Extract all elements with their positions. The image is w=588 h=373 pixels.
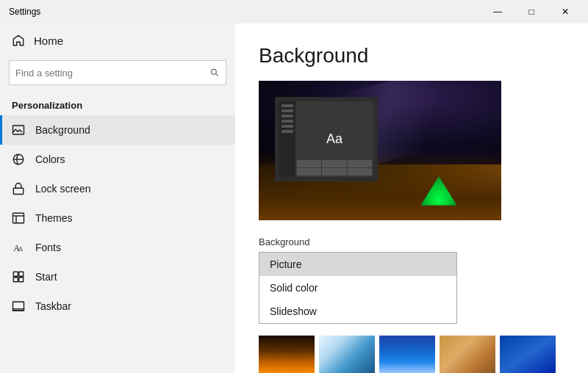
- thumbnail-2[interactable]: [319, 336, 375, 373]
- home-icon: [12, 34, 25, 47]
- mini-bar-4: [282, 120, 293, 123]
- window-controls: — □ ✕: [481, 0, 582, 23]
- minimize-button[interactable]: —: [481, 0, 514, 23]
- maximize-button[interactable]: □: [514, 0, 548, 23]
- background-section-label: Background: [259, 236, 564, 247]
- monitor-inner: Aa: [279, 101, 373, 177]
- search-box[interactable]: [9, 60, 226, 85]
- sidebar-item-taskbar[interactable]: Taskbar: [0, 291, 235, 321]
- mini-bar-6: [282, 130, 293, 133]
- svg-rect-4: [13, 188, 24, 194]
- app-title: Settings: [9, 7, 40, 17]
- mini-bar-5: [282, 125, 293, 128]
- thumbnail-4[interactable]: [440, 336, 495, 373]
- start-label: Start: [35, 271, 57, 283]
- sidebar-home[interactable]: Home: [0, 23, 235, 57]
- thumbnail-strip: [259, 336, 564, 373]
- taskbar-icon: [12, 300, 25, 313]
- sidebar: Home Personalization Background: [0, 23, 235, 373]
- background-label: Background: [35, 124, 90, 136]
- thumbnail-3[interactable]: [379, 336, 435, 373]
- search-icon: [209, 68, 220, 78]
- grid-cell-6: [348, 168, 372, 175]
- colors-label: Colors: [35, 153, 65, 165]
- svg-rect-5: [13, 213, 24, 223]
- monitor-grid: [295, 159, 373, 177]
- svg-rect-11: [19, 278, 24, 282]
- sidebar-item-colors[interactable]: Colors: [0, 145, 235, 174]
- section-header: Personalization: [0, 94, 235, 115]
- sidebar-item-start[interactable]: Start: [0, 262, 235, 291]
- grid-cell-5: [322, 168, 346, 175]
- svg-point-0: [211, 69, 216, 74]
- page-title: Background: [259, 44, 564, 68]
- colors-icon: [12, 153, 25, 166]
- thumbnail-5[interactable]: [500, 336, 556, 373]
- thumbnail-1[interactable]: [259, 336, 315, 373]
- fonts-label: Fonts: [35, 242, 61, 253]
- svg-rect-8: [13, 272, 18, 276]
- title-bar: Settings — □ ✕: [0, 0, 588, 23]
- grid-cell-2: [322, 160, 346, 167]
- aa-text: Aa: [326, 131, 343, 147]
- sidebar-item-themes[interactable]: Themes: [0, 203, 235, 233]
- svg-line-1: [215, 73, 218, 76]
- preview-container: Aa: [259, 81, 501, 220]
- app-body: Home Personalization Background: [0, 23, 588, 373]
- mini-bar-2: [282, 109, 293, 112]
- lock-screen-label: Lock screen: [35, 183, 90, 195]
- background-icon: [12, 123, 25, 137]
- svg-rect-13: [13, 309, 24, 311]
- start-icon: [12, 270, 25, 283]
- mini-bar-1: [282, 104, 293, 107]
- dropdown-option-solid-color[interactable]: Solid color: [259, 276, 456, 300]
- monitor-overlay: Aa: [275, 97, 378, 181]
- sidebar-item-background[interactable]: Background: [0, 115, 235, 145]
- taskbar-label: Taskbar: [35, 300, 71, 312]
- lock-screen-icon: [12, 182, 25, 195]
- home-label: Home: [34, 35, 63, 47]
- themes-icon: [12, 211, 25, 225]
- svg-text:A: A: [18, 246, 23, 253]
- close-button[interactable]: ✕: [548, 0, 582, 23]
- svg-rect-10: [13, 278, 18, 282]
- fonts-icon: A A: [12, 241, 25, 254]
- dropdown-option-picture[interactable]: Picture: [259, 253, 456, 276]
- svg-rect-9: [19, 272, 24, 276]
- monitor-sidebar-mini: [279, 101, 295, 177]
- main-panel: Background: [235, 23, 588, 373]
- monitor-content: Aa: [295, 101, 373, 177]
- sidebar-item-fonts[interactable]: A A Fonts: [0, 233, 235, 262]
- mini-bar-3: [282, 115, 293, 117]
- search-input[interactable]: [15, 68, 209, 79]
- grid-cell-3: [348, 160, 372, 167]
- sidebar-item-lock-screen[interactable]: Lock screen: [0, 174, 235, 203]
- grid-cell-1: [297, 160, 321, 167]
- background-dropdown[interactable]: Picture Solid color Slideshow: [259, 252, 457, 324]
- grid-cell-4: [297, 168, 321, 175]
- themes-label: Themes: [35, 212, 73, 224]
- dropdown-option-slideshow[interactable]: Slideshow: [259, 300, 456, 323]
